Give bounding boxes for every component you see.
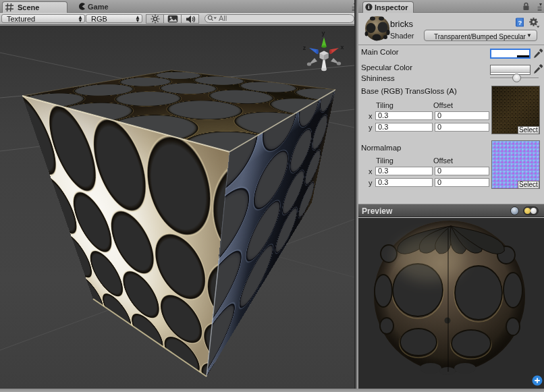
svg-text:?: ? bbox=[518, 19, 522, 26]
svg-text:y: y bbox=[321, 30, 325, 36]
svg-text:z: z bbox=[303, 45, 306, 51]
svg-text:x: x bbox=[340, 44, 344, 51]
